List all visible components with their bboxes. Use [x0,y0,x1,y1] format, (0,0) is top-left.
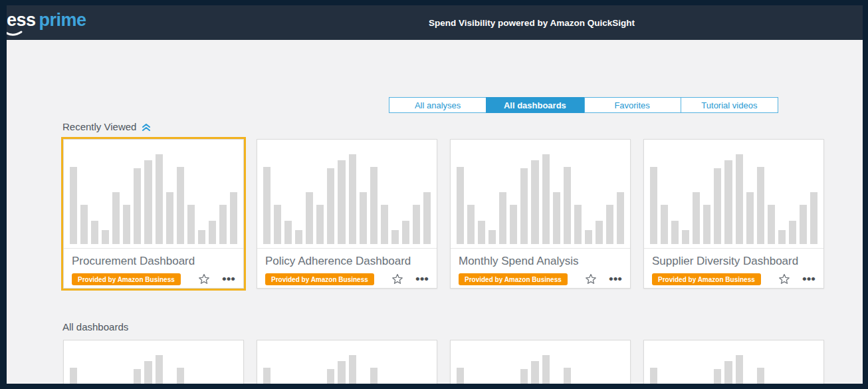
thumbnail-bar [596,221,603,244]
dashboard-card-supplier-diversity-dashboard[interactable]: Supplier Diversity Dashboard Provided by… [643,139,824,289]
thumbnail-bar-chart [457,355,624,384]
thumbnail-bar [736,355,743,384]
card-title: Monthly Spend Analysis [459,255,622,268]
tab-bar: All analysesAll dashboardsFavoritesTutor… [389,97,778,113]
star-icon[interactable] [778,273,791,286]
thumbnail-bar [112,192,120,244]
thumbnail-bar [714,369,721,384]
main-content: All analysesAll dashboardsFavoritesTutor… [7,97,863,384]
thumbnail-bar [574,205,582,244]
provided-by-badge: Provided by Amazon Business [459,273,568,285]
thumbnail-bar [338,361,345,384]
tab-tutorial-videos[interactable]: Tutorial videos [681,98,778,112]
thumbnail-bar [800,205,807,244]
thumbnail-bar [209,221,216,244]
dashboard-thumbnail [257,340,437,384]
card-title: Supplier Diversity Dashboard [652,255,815,268]
card-title: Procurement Dashboard [72,255,235,268]
recently-viewed-cards: Procurement Dashboard Provided by Amazon… [56,139,817,289]
ellipsis-menu-icon[interactable]: ••• [609,276,622,283]
thumbnail-bar [166,192,173,244]
double-chevron-up-icon[interactable] [141,123,152,132]
app-window: essprime Spend Visibility powered by Ama… [7,5,863,384]
thumbnail-bar [263,167,271,244]
tab-all-dashboards[interactable]: All dashboards [486,97,584,113]
thumbnail-bar [413,205,420,244]
ellipsis-menu-icon[interactable]: ••• [222,276,235,283]
thumbnail-bar [768,205,775,244]
thumbnail-bar [102,230,109,244]
thumbnail-bar [284,221,292,244]
thumbnail-bar [219,205,227,244]
provided-by-badge: Provided by Amazon Business [72,273,181,285]
dashboard-card[interactable]: ••• [450,340,631,384]
thumbnail-bar [274,205,281,244]
thumbnail-bar [263,368,271,384]
card-meta-row: Provided by Amazon Business ••• [652,273,815,286]
section-heading-all-dashboards: All dashboards [62,321,817,332]
thumbnail-bar [478,221,485,244]
thumbnail-bar [520,168,528,244]
thumbnail-bar [757,167,764,244]
amazon-business-prime-logo[interactable]: essprime [7,11,86,29]
section-title: All dashboards [62,321,128,332]
dashboard-card-policy-adherence-dashboard[interactable]: Policy Adherence Dashboard Provided by A… [257,139,437,289]
thumbnail-bar [457,368,464,384]
dashboard-thumbnail [64,140,243,249]
all-dashboards-cards: ••• ••• [56,340,817,384]
thumbnail-bar-chart [70,355,237,384]
provided-by-badge: Provided by Amazon Business [652,273,761,285]
thumbnail-bar [349,154,356,244]
dashboard-card-monthly-spend-analysis[interactable]: Monthly Spend Analysis Provided by Amazo… [450,139,631,289]
thumbnail-bar [187,205,195,244]
thumbnail-bar-chart [650,154,817,244]
thumbnail-bar [91,221,98,244]
thumbnail-bar [810,192,817,244]
thumbnail-bar [391,230,399,244]
thumbnail-bar [617,192,624,244]
thumbnail-bar [682,230,689,244]
top-navbar: essprime Spend Visibility powered by Ama… [7,5,863,40]
thumbnail-bar [661,205,668,244]
ellipsis-menu-icon[interactable]: ••• [802,276,815,283]
thumbnail-bar [80,205,88,244]
dashboard-card-procurement-dashboard[interactable]: Procurement Dashboard Provided by Amazon… [63,139,244,289]
thumbnail-bar [144,160,152,244]
thumbnail-bar [230,192,237,244]
star-icon[interactable] [197,273,211,286]
thumbnail-bar [553,192,560,244]
thumbnail-bar [585,230,592,244]
thumbnail-bar [778,230,786,244]
thumbnail-bar [693,192,700,244]
dashboard-card[interactable]: ••• [257,340,437,384]
dashboard-thumbnail [644,140,823,249]
star-icon[interactable] [391,273,404,286]
card-title: Policy Adherence Dashboard [265,255,429,268]
tab-favorites[interactable]: Favorites [584,98,681,112]
dashboard-card[interactable]: ••• [643,340,824,384]
thumbnail-bar [650,167,657,244]
card-info: Monthly Spend Analysis Provided by Amazo… [451,249,630,286]
thumbnail-bar [542,355,550,384]
thumbnail-bar [338,160,345,244]
dashboard-card[interactable]: ••• [63,340,244,384]
thumbnail-bar-chart [263,355,431,384]
page-title: Spend Visibility powered by Amazon Quick… [429,18,635,28]
thumbnail-bar [381,205,388,244]
thumbnail-bar [746,192,754,244]
thumbnail-bar [757,368,764,384]
dashboard-thumbnail [451,140,630,249]
thumbnail-bar [177,167,184,244]
thumbnail-bar [606,205,613,244]
star-icon[interactable] [584,273,597,286]
ellipsis-menu-icon[interactable]: ••• [415,276,429,283]
thumbnail-bar [488,230,496,244]
tab-all-analyses[interactable]: All analyses [389,98,487,112]
thumbnail-bar [457,167,464,244]
thumbnail-bar [564,167,571,244]
dashboard-thumbnail [451,340,630,384]
thumbnail-bar-chart [650,355,817,384]
thumbnail-bar [520,369,528,384]
section-title: Recently Viewed [62,121,136,132]
thumbnail-bar-chart [70,154,237,244]
